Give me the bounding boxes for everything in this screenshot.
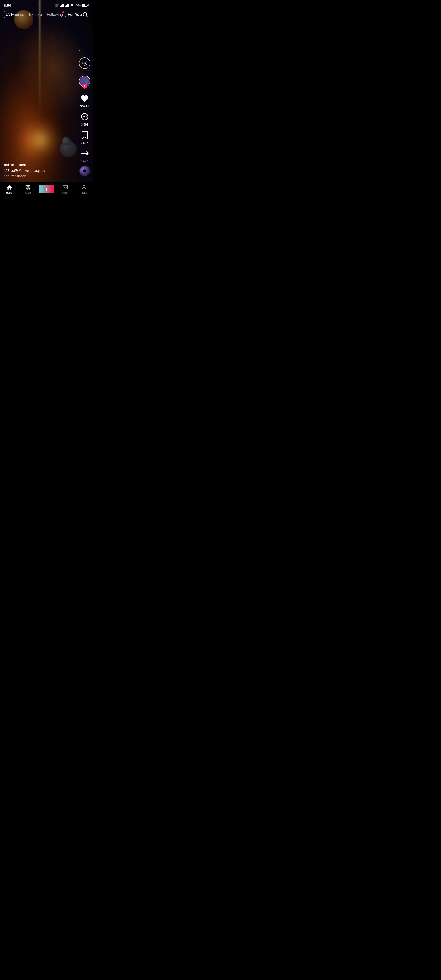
shop-icon: [25, 185, 31, 191]
audio-button-item: [79, 57, 90, 73]
creator-avatar[interactable]: +: [79, 76, 90, 87]
heart-icon: [80, 94, 89, 103]
creator-avatar-item: +: [79, 76, 90, 90]
nav-label-shop: Shop: [25, 191, 31, 194]
video-caption: 123fps🤡 #universe #space: [4, 169, 75, 173]
right-actions-sidebar: + 508.7K 3,593: [79, 57, 90, 178]
svg-rect-6: [67, 4, 68, 7]
svg-point-11: [84, 63, 85, 64]
svg-rect-0: [60, 6, 61, 7]
svg-point-23: [29, 189, 30, 190]
green-dot: [87, 4, 89, 6]
nav-item-create[interactable]: +: [40, 185, 54, 193]
see-translation-button[interactable]: See translation: [4, 174, 75, 178]
svg-rect-1: [61, 5, 62, 7]
svg-point-20: [86, 116, 87, 118]
comment-button[interactable]: [79, 111, 90, 123]
tab-for-you[interactable]: For You: [68, 13, 82, 17]
top-navigation: LIVE Friends Explore Following For You: [0, 11, 93, 19]
like-action-item: 508.7K: [79, 93, 90, 108]
svg-point-16: [84, 82, 85, 83]
svg-point-15: [85, 81, 87, 83]
inbox-icon: [62, 185, 68, 191]
share-icon: [80, 149, 89, 158]
share-button[interactable]: [79, 147, 90, 159]
pause-icon: [82, 60, 87, 66]
like-count: 508.7K: [80, 105, 89, 108]
svg-point-19: [84, 116, 86, 118]
battery-percent: 72%: [75, 3, 81, 7]
search-button[interactable]: [81, 10, 89, 19]
signal-icon-2: [65, 4, 69, 7]
svg-point-25: [83, 185, 85, 188]
creator-username[interactable]: astrospaceq: [4, 163, 75, 167]
nav-item-shop[interactable]: Shop: [21, 185, 35, 194]
audio-button[interactable]: [79, 57, 90, 69]
bottom-navigation: Home Shop +: [0, 182, 93, 202]
tab-explore[interactable]: Explore: [29, 13, 42, 17]
like-button[interactable]: [79, 93, 90, 104]
tab-friends[interactable]: Friends: [11, 13, 24, 17]
nav-item-profile[interactable]: Profile: [77, 185, 91, 194]
share-count: 40.6K: [81, 159, 88, 163]
nav-label-home: Home: [6, 191, 13, 194]
bookmark-icon: [81, 130, 88, 139]
svg-rect-7: [68, 4, 69, 7]
comment-icon: [80, 113, 89, 121]
nav-item-home[interactable]: Home: [2, 185, 16, 194]
tab-following[interactable]: Following: [47, 13, 63, 17]
create-button[interactable]: +: [41, 185, 52, 193]
svg-point-22: [27, 189, 27, 190]
nav-tabs: Friends Explore Following For You: [11, 13, 82, 17]
nav-item-inbox[interactable]: Inbox: [58, 185, 73, 194]
bookmark-button[interactable]: [79, 129, 90, 141]
bookmark-count: 74.9K: [81, 141, 88, 145]
comment-action-item: 3,593: [79, 111, 90, 126]
bookmark-action-item: 74.9K: [79, 129, 90, 145]
svg-rect-3: [63, 4, 64, 7]
svg-point-14: [82, 80, 84, 81]
svg-rect-4: [65, 6, 66, 7]
music-disc-item: [79, 165, 90, 176]
nav-label-inbox: Inbox: [62, 191, 68, 194]
video-info: astrospaceq 123fps🤡 #universe #space See…: [4, 163, 75, 178]
nav-label-profile: Profile: [81, 191, 87, 194]
wifi-icon: [70, 4, 74, 7]
comment-count: 3,593: [81, 123, 88, 126]
home-icon: [6, 185, 13, 191]
status-time: 8:50: [4, 3, 11, 7]
search-icon: [82, 12, 88, 18]
following-notification-dot: [62, 11, 64, 13]
svg-rect-2: [62, 4, 63, 7]
music-disc[interactable]: [79, 165, 90, 176]
signal-icon: [60, 4, 64, 7]
share-action-item: 40.6K: [79, 147, 90, 163]
camera-icon: 🎥: [55, 3, 59, 7]
svg-point-18: [83, 116, 84, 118]
profile-icon: [81, 185, 87, 191]
battery-icon: [82, 4, 87, 7]
battery-indicator: 72%: [75, 3, 89, 7]
status-bar: 8:50 🎥: [0, 0, 93, 11]
follow-plus-button[interactable]: +: [82, 84, 87, 89]
svg-rect-5: [66, 5, 67, 7]
